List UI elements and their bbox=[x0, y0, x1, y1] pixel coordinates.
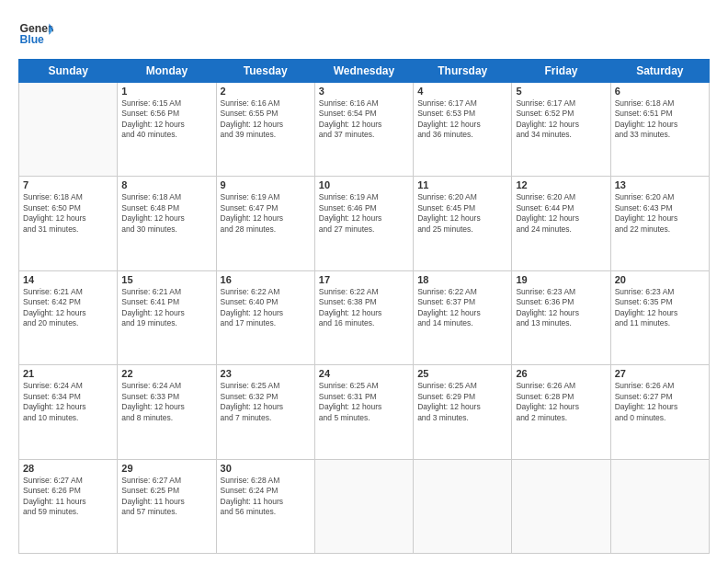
calendar-cell: 30Sunrise: 6:28 AMSunset: 6:24 PMDayligh… bbox=[216, 459, 314, 553]
day-number: 10 bbox=[319, 179, 409, 190]
day-number: 25 bbox=[417, 368, 507, 379]
day-info: Sunrise: 6:25 AMSunset: 6:31 PMDaylight:… bbox=[319, 381, 409, 423]
day-info: Sunrise: 6:26 AMSunset: 6:27 PMDaylight:… bbox=[615, 381, 705, 423]
day-number: 17 bbox=[319, 274, 409, 285]
header: General Blue bbox=[18, 17, 710, 52]
day-info: Sunrise: 6:23 AMSunset: 6:35 PMDaylight:… bbox=[615, 287, 705, 329]
day-number: 18 bbox=[417, 274, 507, 285]
calendar-cell bbox=[19, 83, 118, 177]
day-number: 23 bbox=[221, 368, 311, 379]
day-number: 26 bbox=[516, 368, 606, 379]
day-info: Sunrise: 6:18 AMSunset: 6:50 PMDaylight:… bbox=[23, 192, 113, 235]
day-info: Sunrise: 6:19 AMSunset: 6:47 PMDaylight:… bbox=[221, 192, 311, 235]
calendar-cell: 11Sunrise: 6:20 AMSunset: 6:45 PMDayligh… bbox=[414, 177, 512, 270]
day-number: 8 bbox=[121, 179, 211, 190]
page: General Blue SundayMondayTuesdayWednesda… bbox=[0, 0, 728, 563]
calendar-cell: 23Sunrise: 6:25 AMSunset: 6:32 PMDayligh… bbox=[216, 365, 314, 459]
weekday-header-friday: Friday bbox=[512, 60, 610, 83]
day-info: Sunrise: 6:18 AMSunset: 6:48 PMDaylight:… bbox=[121, 192, 211, 235]
weekday-header-monday: Monday bbox=[118, 60, 216, 83]
calendar-cell: 29Sunrise: 6:27 AMSunset: 6:25 PMDayligh… bbox=[118, 459, 216, 553]
logo: General Blue bbox=[18, 17, 53, 52]
week-row-3: 14Sunrise: 6:21 AMSunset: 6:42 PMDayligh… bbox=[19, 270, 710, 364]
calendar-cell: 19Sunrise: 6:23 AMSunset: 6:36 PMDayligh… bbox=[512, 270, 610, 364]
day-info: Sunrise: 6:23 AMSunset: 6:36 PMDaylight:… bbox=[516, 287, 606, 329]
weekday-header-saturday: Saturday bbox=[610, 60, 709, 83]
week-row-1: 1Sunrise: 6:15 AMSunset: 6:56 PMDaylight… bbox=[19, 83, 710, 177]
day-number: 6 bbox=[615, 86, 705, 97]
calendar-cell bbox=[610, 459, 709, 553]
calendar-cell: 1Sunrise: 6:15 AMSunset: 6:56 PMDaylight… bbox=[118, 83, 216, 177]
day-info: Sunrise: 6:16 AMSunset: 6:54 PMDaylight:… bbox=[319, 98, 409, 141]
calendar-cell bbox=[314, 459, 413, 553]
calendar-cell: 4Sunrise: 6:17 AMSunset: 6:53 PMDaylight… bbox=[414, 83, 512, 177]
day-number: 1 bbox=[121, 86, 211, 97]
calendar-cell: 28Sunrise: 6:27 AMSunset: 6:26 PMDayligh… bbox=[19, 459, 118, 553]
calendar-cell: 2Sunrise: 6:16 AMSunset: 6:55 PMDaylight… bbox=[216, 83, 314, 177]
day-info: Sunrise: 6:22 AMSunset: 6:38 PMDaylight:… bbox=[319, 287, 409, 329]
calendar-cell: 27Sunrise: 6:26 AMSunset: 6:27 PMDayligh… bbox=[610, 365, 709, 459]
day-number: 24 bbox=[319, 368, 409, 379]
day-info: Sunrise: 6:25 AMSunset: 6:32 PMDaylight:… bbox=[221, 381, 311, 423]
calendar-cell: 25Sunrise: 6:25 AMSunset: 6:29 PMDayligh… bbox=[414, 365, 512, 459]
calendar-cell bbox=[512, 459, 610, 553]
day-info: Sunrise: 6:26 AMSunset: 6:28 PMDaylight:… bbox=[516, 381, 606, 423]
calendar-cell: 9Sunrise: 6:19 AMSunset: 6:47 PMDaylight… bbox=[216, 177, 314, 270]
calendar-cell: 3Sunrise: 6:16 AMSunset: 6:54 PMDaylight… bbox=[314, 83, 413, 177]
weekday-header-thursday: Thursday bbox=[414, 60, 512, 83]
day-number: 21 bbox=[23, 368, 113, 379]
calendar-cell: 13Sunrise: 6:20 AMSunset: 6:43 PMDayligh… bbox=[610, 177, 709, 270]
calendar-cell: 15Sunrise: 6:21 AMSunset: 6:41 PMDayligh… bbox=[118, 270, 216, 364]
calendar-cell: 20Sunrise: 6:23 AMSunset: 6:35 PMDayligh… bbox=[610, 270, 709, 364]
day-info: Sunrise: 6:22 AMSunset: 6:40 PMDaylight:… bbox=[221, 287, 311, 329]
day-number: 9 bbox=[221, 179, 311, 190]
calendar-cell: 24Sunrise: 6:25 AMSunset: 6:31 PMDayligh… bbox=[314, 365, 413, 459]
day-info: Sunrise: 6:28 AMSunset: 6:24 PMDaylight:… bbox=[221, 476, 311, 518]
day-number: 12 bbox=[516, 179, 606, 190]
calendar-cell: 5Sunrise: 6:17 AMSunset: 6:52 PMDaylight… bbox=[512, 83, 610, 177]
weekday-header-row: SundayMondayTuesdayWednesdayThursdayFrid… bbox=[19, 60, 710, 83]
day-info: Sunrise: 6:20 AMSunset: 6:45 PMDaylight:… bbox=[417, 192, 507, 235]
day-number: 27 bbox=[615, 368, 705, 379]
day-number: 28 bbox=[23, 463, 113, 474]
calendar-cell: 10Sunrise: 6:19 AMSunset: 6:46 PMDayligh… bbox=[314, 177, 413, 270]
day-number: 29 bbox=[121, 463, 211, 474]
calendar-cell: 14Sunrise: 6:21 AMSunset: 6:42 PMDayligh… bbox=[19, 270, 118, 364]
calendar-cell: 26Sunrise: 6:26 AMSunset: 6:28 PMDayligh… bbox=[512, 365, 610, 459]
weekday-header-wednesday: Wednesday bbox=[314, 60, 413, 83]
logo-icon: General Blue bbox=[18, 17, 53, 52]
day-number: 20 bbox=[615, 274, 705, 285]
weekday-header-tuesday: Tuesday bbox=[216, 60, 314, 83]
day-number: 4 bbox=[417, 86, 507, 97]
day-number: 3 bbox=[319, 86, 409, 97]
day-number: 30 bbox=[221, 463, 311, 474]
day-info: Sunrise: 6:15 AMSunset: 6:56 PMDaylight:… bbox=[121, 98, 211, 141]
calendar-table: SundayMondayTuesdayWednesdayThursdayFrid… bbox=[18, 59, 710, 554]
day-info: Sunrise: 6:21 AMSunset: 6:42 PMDaylight:… bbox=[23, 287, 113, 329]
day-info: Sunrise: 6:22 AMSunset: 6:37 PMDaylight:… bbox=[417, 287, 507, 329]
calendar-cell: 6Sunrise: 6:18 AMSunset: 6:51 PMDaylight… bbox=[610, 83, 709, 177]
weekday-header-sunday: Sunday bbox=[19, 60, 118, 83]
calendar-cell: 7Sunrise: 6:18 AMSunset: 6:50 PMDaylight… bbox=[19, 177, 118, 270]
week-row-5: 28Sunrise: 6:27 AMSunset: 6:26 PMDayligh… bbox=[19, 459, 710, 553]
calendar-cell: 18Sunrise: 6:22 AMSunset: 6:37 PMDayligh… bbox=[414, 270, 512, 364]
day-number: 14 bbox=[23, 274, 113, 285]
day-number: 5 bbox=[516, 86, 606, 97]
day-number: 15 bbox=[121, 274, 211, 285]
day-info: Sunrise: 6:19 AMSunset: 6:46 PMDaylight:… bbox=[319, 192, 409, 235]
day-info: Sunrise: 6:24 AMSunset: 6:33 PMDaylight:… bbox=[121, 381, 211, 423]
calendar-cell: 8Sunrise: 6:18 AMSunset: 6:48 PMDaylight… bbox=[118, 177, 216, 270]
day-info: Sunrise: 6:20 AMSunset: 6:43 PMDaylight:… bbox=[615, 192, 705, 235]
day-number: 16 bbox=[221, 274, 311, 285]
day-info: Sunrise: 6:18 AMSunset: 6:51 PMDaylight:… bbox=[615, 98, 705, 141]
calendar-cell bbox=[414, 459, 512, 553]
day-info: Sunrise: 6:20 AMSunset: 6:44 PMDaylight:… bbox=[516, 192, 606, 235]
day-number: 2 bbox=[221, 86, 311, 97]
calendar-cell: 17Sunrise: 6:22 AMSunset: 6:38 PMDayligh… bbox=[314, 270, 413, 364]
day-number: 13 bbox=[615, 179, 705, 190]
day-info: Sunrise: 6:17 AMSunset: 6:53 PMDaylight:… bbox=[417, 98, 507, 141]
day-number: 22 bbox=[121, 368, 211, 379]
week-row-4: 21Sunrise: 6:24 AMSunset: 6:34 PMDayligh… bbox=[19, 365, 710, 459]
day-number: 7 bbox=[23, 179, 113, 190]
calendar-cell: 22Sunrise: 6:24 AMSunset: 6:33 PMDayligh… bbox=[118, 365, 216, 459]
